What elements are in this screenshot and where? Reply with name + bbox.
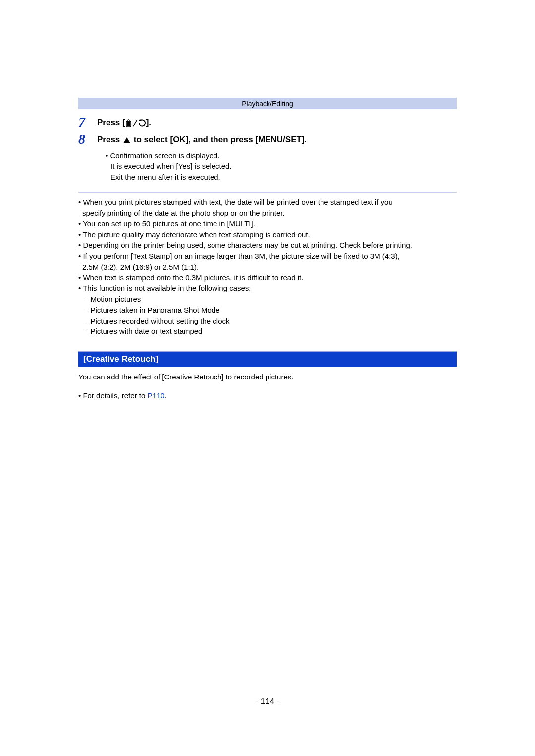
svg-line-8: [133, 120, 137, 126]
note-4: • Depending on the printer being used, s…: [78, 240, 457, 251]
note-3: • The picture quality may deteriorate wh…: [78, 229, 457, 240]
divider: [78, 192, 457, 193]
confirmation-line-2: It is executed when [Yes] is selected.: [106, 161, 457, 172]
step-number-7: 7: [78, 115, 97, 129]
confirmation-block: • Confirmation screen is displayed. It i…: [106, 150, 457, 182]
step-8-text: Press to select [OK], and then press [ME…: [97, 132, 307, 145]
trash-return-icon: [125, 119, 146, 128]
note-1b: specify printing of the date at the phot…: [78, 208, 457, 218]
ref-suffix: .: [165, 391, 167, 400]
page-number: - 114 -: [0, 697, 535, 706]
step-7-prefix: Press [: [97, 118, 125, 127]
step-8-suffix: to select [OK], and then press [MENU/SET…: [131, 135, 307, 144]
reference-line: • For details, refer to P110.: [78, 391, 457, 400]
step-number-8: 8: [78, 132, 97, 146]
confirmation-line-3: Exit the menu after it is executed.: [106, 172, 457, 183]
note-5: • If you perform [Text Stamp] on an imag…: [78, 251, 457, 262]
step-8: 8 Press to select [OK], and then press […: [78, 132, 457, 146]
note-7d: – Pictures with date or text stamped: [78, 326, 457, 337]
breadcrumb: Playback/Editing: [78, 98, 457, 109]
step-8-prefix: Press: [97, 135, 122, 144]
note-7c: – Pictures recorded without setting the …: [78, 316, 457, 326]
step-7: 7 Press [].: [78, 115, 457, 129]
triangle-up-icon: [123, 137, 130, 143]
note-2: • You can set up to 50 pictures at one t…: [78, 218, 457, 229]
step-7-text: Press [].: [97, 115, 151, 128]
section-heading-creative-retouch: [Creative Retouch]: [78, 351, 457, 367]
note-5b: 2.5M (3:2), 2M (16:9) or 2.5M (1:1).: [78, 262, 457, 272]
ref-prefix: • For details, refer to: [78, 391, 147, 400]
note-1: • When you print pictures stamped with t…: [78, 197, 457, 208]
note-6: • When text is stamped onto the 0.3M pic…: [78, 272, 457, 283]
note-7b: – Pictures taken in Panorama Shot Mode: [78, 305, 457, 316]
creative-retouch-body: You can add the effect of [Creative Reto…: [78, 372, 457, 382]
step-7-suffix: ].: [146, 118, 151, 127]
note-7: • This function is not available in the …: [78, 283, 457, 294]
confirmation-line-1: • Confirmation screen is displayed.: [106, 150, 457, 161]
notes-section: • When you print pictures stamped with t…: [78, 197, 457, 337]
ref-link-p110[interactable]: P110: [147, 391, 164, 400]
note-7a: – Motion pictures: [78, 294, 457, 305]
